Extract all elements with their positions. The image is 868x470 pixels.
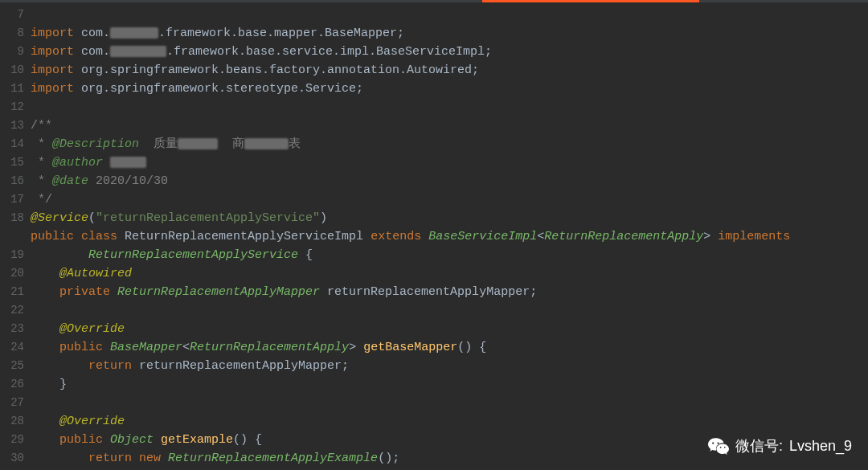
line-number: 14 xyxy=(10,137,24,150)
method-tail: () { xyxy=(233,433,262,447)
keyword-import: import xyxy=(31,27,74,40)
package-path: org.springframework.beans.factory.annota… xyxy=(81,63,479,77)
keyword-return: return xyxy=(88,359,132,373)
javadoc-text xyxy=(88,174,96,188)
method-name: getExample xyxy=(154,433,233,447)
editor-tab-bar xyxy=(0,0,868,2)
keyword-public: public xyxy=(59,341,103,354)
line-number: 7 xyxy=(18,8,24,21)
javadoc-tag-description: @Description xyxy=(52,137,139,151)
line-number: 11 xyxy=(10,82,24,95)
paren: ) xyxy=(320,211,327,225)
package-prefix: com. xyxy=(81,27,110,40)
line-number: 19 xyxy=(10,248,24,261)
javadoc-text: 商 xyxy=(232,137,244,151)
line-number: 20 xyxy=(10,267,24,280)
javadoc-tag-author: @author xyxy=(52,156,103,170)
type-basemapper: BaseMapper xyxy=(110,341,182,354)
keyword-import: import xyxy=(31,82,74,96)
string-literal: "returnReplacementApplyService" xyxy=(96,211,320,225)
redacted-text xyxy=(178,138,218,149)
package-path: org.springframework.stereotype.Service; xyxy=(81,82,363,96)
keyword-private: private xyxy=(59,285,110,299)
redacted-text xyxy=(110,27,158,39)
code-content[interactable]: import com..framework.base.mapper.BaseMa… xyxy=(31,6,868,470)
line-number: 10 xyxy=(10,63,24,76)
redacted-text xyxy=(244,138,289,149)
method-tail: () { xyxy=(457,341,486,354)
brace: { xyxy=(298,248,313,262)
keyword-return: return xyxy=(88,452,132,465)
line-number: 23 xyxy=(10,322,24,335)
angle-open: < xyxy=(182,341,190,354)
line-number: 18 xyxy=(10,211,24,224)
annotation-autowired: @Autowired xyxy=(59,267,132,280)
class-name: ReturnReplacementApplyServiceImpl xyxy=(125,230,363,243)
line-number: 17 xyxy=(10,193,24,206)
javadoc-star: * xyxy=(31,156,52,170)
angle-close: > xyxy=(703,230,710,243)
line-number: 30 xyxy=(10,452,24,464)
javadoc-date: 2020/10/30 xyxy=(96,174,168,188)
keyword-new: new xyxy=(139,452,161,465)
keyword-extends: extends xyxy=(371,230,421,243)
type-mapper: ReturnReplacementApplyMapper xyxy=(117,285,320,299)
type-example: ReturnReplacementApplyExample xyxy=(168,452,378,465)
line-number: 28 xyxy=(10,415,24,427)
return-value: returnReplacementApplyMapper; xyxy=(132,359,349,373)
javadoc-text: 质量 xyxy=(154,137,178,151)
annotation-override: @Override xyxy=(59,322,125,336)
redacted-text xyxy=(110,46,166,57)
field-name: returnReplacementApplyMapper; xyxy=(320,285,537,299)
line-number: 16 xyxy=(10,174,24,187)
line-number: 26 xyxy=(10,378,24,390)
line-number: 9 xyxy=(18,45,24,58)
keyword-import: import xyxy=(31,63,74,77)
javadoc-star: * xyxy=(31,137,52,151)
keyword-public: public xyxy=(31,230,74,243)
keyword-class: class xyxy=(81,230,117,243)
type-generic: ReturnReplacementApply xyxy=(190,341,349,354)
line-number: 24 xyxy=(10,341,24,354)
annotation-override: @Override xyxy=(59,415,125,428)
line-number: 13 xyxy=(10,119,24,132)
line-number: 29 xyxy=(10,433,24,446)
method-name: getBaseMapper xyxy=(356,341,457,354)
javadoc-text xyxy=(218,137,232,151)
javadoc-end: */ xyxy=(31,193,52,206)
line-number: 15 xyxy=(10,156,24,169)
type-object: Object xyxy=(103,433,154,447)
type-interface: ReturnReplacementApplyService xyxy=(88,248,298,262)
package-path: .framework.base.service.impl.BaseService… xyxy=(166,45,492,59)
line-number: 25 xyxy=(10,359,24,372)
javadoc-star: * xyxy=(31,174,52,188)
line-number: 8 xyxy=(18,27,24,39)
line-number-gutter: 7 8 9 10 11 12 13 14 15 16 17 18 19 20 2… xyxy=(0,6,31,470)
javadoc-text: 表 xyxy=(289,137,301,151)
javadoc-tag-date: @date xyxy=(52,174,88,188)
package-path: .framework.base.mapper.BaseMapper; xyxy=(158,27,404,40)
keyword-implements: implements xyxy=(718,230,790,243)
keyword-public: public xyxy=(59,433,103,447)
annotation-service: @Service xyxy=(31,211,88,225)
constructor-tail: (); xyxy=(378,452,399,465)
angle-open: < xyxy=(537,230,544,243)
javadoc-text xyxy=(139,137,154,151)
code-editor[interactable]: 7 8 9 10 11 12 13 14 15 16 17 18 19 20 2… xyxy=(0,2,868,470)
package-prefix: com. xyxy=(81,45,110,59)
active-tab-indicator xyxy=(482,0,699,2)
line-number: 12 xyxy=(10,100,24,113)
paren: ( xyxy=(88,211,96,225)
javadoc-start: /** xyxy=(31,119,52,133)
type-baseservice: BaseServiceImpl xyxy=(428,230,537,243)
line-number: 22 xyxy=(10,304,24,317)
angle-close: > xyxy=(349,341,356,354)
line-number: 21 xyxy=(10,285,24,298)
keyword-import: import xyxy=(31,45,74,59)
line-number: 27 xyxy=(10,396,24,409)
type-generic: ReturnReplacementApply xyxy=(544,230,703,243)
redacted-text xyxy=(110,157,146,168)
brace-close: } xyxy=(31,378,67,391)
